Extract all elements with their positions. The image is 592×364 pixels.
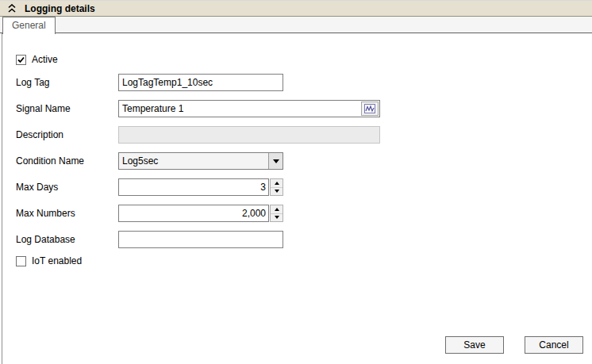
spinner-up-icon [275,208,279,211]
condition-name-label: Condition Name [16,155,118,167]
max-numbers-spinner [118,205,283,222]
page-title: Logging details [25,3,95,14]
save-button[interactable]: Save [445,336,504,354]
log-tag-input[interactable] [118,74,283,91]
double-chevron-up-icon [8,4,16,13]
general-tab-panel: Active Log Tag Signal Name Description C… [2,33,592,364]
form-row-description: Description [16,126,380,144]
max-days-label: Max Days [16,182,118,193]
cancel-button[interactable]: Cancel [525,336,583,354]
form-row-signal-name: Signal Name [16,100,380,117]
collapse-button[interactable] [7,4,17,13]
iot-checkbox-row: IoT enabled [16,252,82,270]
chevron-down-icon [273,159,279,163]
signal-name-label: Signal Name [16,103,118,114]
form-row-log-tag: Log Tag [16,74,283,91]
tab-strip: General [0,17,592,33]
active-checkbox[interactable] [16,55,26,65]
spin-buttons [270,205,283,222]
form-row-log-database: Log Database [16,231,283,248]
signal-name-field [118,100,380,117]
dropdown-button[interactable] [268,153,283,169]
description-input [118,126,380,144]
waveform-icon [364,104,375,113]
signal-browse-button[interactable] [361,102,379,116]
spinner-up-icon [275,182,279,185]
active-checkbox-label: Active [32,54,58,65]
spinner-up-button[interactable] [271,205,283,214]
spinner-down-button[interactable] [271,188,283,196]
log-tag-label: Log Tag [16,77,118,88]
tab-general[interactable]: General [2,17,56,34]
spinner-down-button[interactable] [271,214,283,222]
form-row-max-numbers: Max Numbers [16,205,283,222]
iot-enabled-label: IoT enabled [32,255,82,266]
spinner-down-icon [275,216,279,219]
condition-name-combobox[interactable]: Log5sec [118,152,283,170]
signal-name-input[interactable] [119,101,360,117]
checkmark-icon [17,56,25,64]
max-days-spinner [118,178,283,196]
description-label: Description [16,129,118,140]
spinner-up-button[interactable] [271,179,283,188]
logging-details-header: Logging details [0,0,592,17]
max-numbers-label: Max Numbers [16,208,118,219]
max-numbers-input[interactable] [118,205,269,222]
iot-enabled-checkbox[interactable] [16,256,26,266]
form-row-condition-name: Condition Name Log5sec [16,152,283,170]
max-days-input[interactable] [118,178,269,196]
spinner-down-icon [275,190,279,193]
condition-name-value: Log5sec [119,153,268,169]
spin-buttons [270,178,283,196]
form-row-max-days: Max Days [16,178,283,196]
log-database-label: Log Database [16,234,118,245]
active-checkbox-row: Active [16,51,58,68]
log-database-input[interactable] [118,231,283,248]
